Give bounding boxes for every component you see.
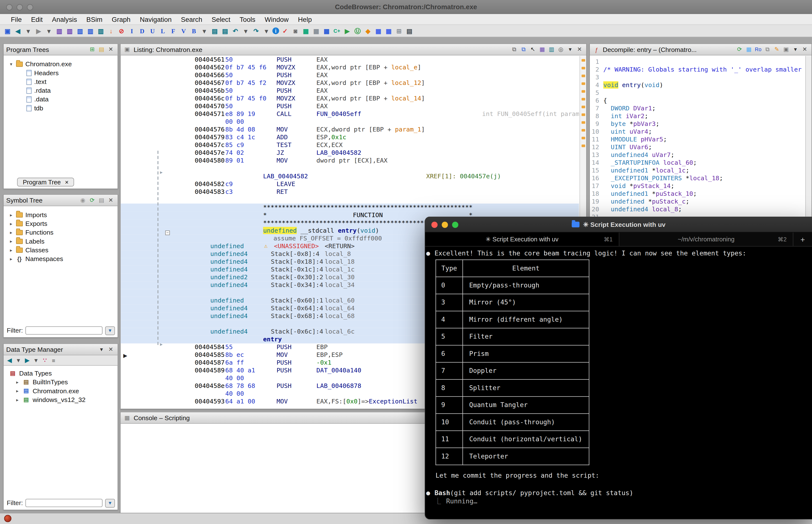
download-icon[interactable]: ↓ [107, 27, 115, 35]
grid-icon-1[interactable]: ▦ [374, 27, 383, 35]
forward-icon[interactable]: ▶ [23, 356, 31, 364]
program-notebook-icon-2[interactable]: ▥ [65, 27, 74, 35]
graph-icon[interactable]: ▦ [745, 45, 753, 54]
back-dropdown-icon[interactable]: ▾ [24, 27, 33, 35]
decompile-line[interactable]: 20 undefined4 local_8; [590, 206, 805, 213]
decompile-header[interactable]: ƒ Decompile: entry – (Chromatro... ⟳▦Ro⧉… [590, 44, 812, 55]
listing-row[interactable]: 0040456c 0f b7 45 f0 MOVZX EAX,word ptr … [121, 95, 579, 103]
chevron-right-icon[interactable]: ▸ [9, 212, 13, 217]
decompile-line[interactable]: 2 /* WARNING: Globals starting with '_' … [590, 66, 805, 73]
tree-item[interactable]: Headers [4, 68, 118, 77]
chevron-down-icon[interactable]: ▾ [9, 61, 13, 66]
decompile-line[interactable]: 8 int iVar2; [590, 112, 805, 120]
table-gray-icon[interactable]: ▦ [312, 27, 320, 35]
back-dropdown-icon[interactable]: ▾ [15, 356, 22, 364]
open-folder-icon[interactable]: ▤ [97, 45, 105, 54]
marker-l-icon[interactable]: L [159, 27, 167, 35]
listing-row[interactable]: 00 00 [121, 118, 579, 126]
menu-item[interactable]: Window [260, 15, 293, 23]
decompile-line[interactable]: 16 _EXCEPTION_POINTERS *local_18; [590, 175, 805, 182]
new-tab-button[interactable]: + [793, 233, 812, 246]
marker-v-icon[interactable]: V [179, 27, 188, 35]
u-circle-icon[interactable]: Ⓤ [353, 27, 362, 35]
decompile-line[interactable]: 3 [590, 73, 805, 81]
menu-down-icon[interactable]: ▾ [97, 345, 105, 354]
forward-icon[interactable]: ▶ [34, 27, 43, 35]
dtm-root-row[interactable]: ▤ Data Types [4, 369, 118, 377]
listing-row[interactable]: ****************************************… [121, 203, 579, 211]
program-notebook-icon-5[interactable]: ▥ [96, 27, 105, 35]
tree-item[interactable]: .text [4, 77, 118, 86]
program-trees-header[interactable]: Program Trees ⊞▤✕ [4, 44, 118, 55]
menu-item[interactable]: File [6, 15, 27, 23]
back-icon[interactable]: ◀ [14, 27, 22, 35]
page-pair-icon-2[interactable]: ▤ [221, 27, 229, 35]
diff-icon[interactable]: ▥ [547, 45, 556, 54]
tab-close-icon[interactable]: × [65, 179, 69, 186]
close-icon[interactable]: ✕ [107, 45, 115, 54]
chevron-right-icon[interactable]: ▸ [15, 379, 20, 384]
marker-dropdown-icon[interactable]: ▾ [200, 27, 209, 35]
marker-u-icon[interactable]: U [148, 27, 157, 35]
tree-root-row[interactable]: ▾ Chromatron.exe [4, 60, 118, 68]
minimize-window-icon[interactable] [442, 222, 448, 228]
table-green-icon[interactable]: ▦ [301, 27, 310, 35]
listing-row[interactable]: 00404576 8b 4d 08 MOV ECX,dword ptr [EBP… [121, 126, 579, 134]
listing-row[interactable] [121, 165, 579, 173]
decompile-line[interactable]: 13 undefined4 uVar7; [590, 151, 805, 159]
close-icon[interactable]: ✕ [800, 45, 809, 54]
listing-row[interactable]: 00404570 50 PUSH EAX [121, 103, 579, 110]
save-icon[interactable]: ▣ [3, 27, 12, 35]
terminal-tab-active[interactable]: ✳ Script Execution with uv ⌘1 [425, 233, 619, 246]
listing-row[interactable]: 00404579 83 c4 1c ADD ESP,0x1c [121, 134, 579, 142]
program-tree-tab[interactable]: Program Tree × [17, 178, 74, 186]
diamond-icon[interactable]: ◆ [364, 27, 372, 35]
snapshot-icon[interactable]: ◙ [291, 27, 300, 35]
copy-icon[interactable]: ⧉ [763, 45, 772, 54]
back-icon[interactable]: ◀ [5, 356, 13, 364]
listing-row[interactable]: 00404571 e8 89 19 CALL FUN_00405eff int … [121, 110, 579, 118]
listing-header[interactable]: ▣ Listing: Chromatron.exe ⧉⧉↖▦▥◎▾✕ [121, 44, 586, 55]
list-icon[interactable]: ≡ [50, 356, 57, 364]
decompile-line[interactable]: 15 undefined1 *local_1c; [590, 167, 805, 175]
clear-code-icon[interactable]: ⊘ [117, 27, 126, 35]
copy-icon[interactable]: ⧉ [510, 45, 518, 54]
palette-icon[interactable]: ∵ [41, 356, 49, 364]
forward-dropdown-icon[interactable]: ▾ [32, 356, 40, 364]
cpp-icon[interactable]: C+ [332, 27, 341, 35]
close-icon[interactable]: ✕ [107, 345, 115, 354]
export-icon[interactable]: ▣ [782, 45, 790, 54]
refresh-icon[interactable]: ⟳ [735, 45, 744, 54]
redo-dropdown-icon[interactable]: ▾ [262, 27, 271, 35]
listing-row[interactable]: 00404580 89 01 MOV dword ptr [ECX],EAX [121, 157, 579, 165]
close-window-icon[interactable] [6, 4, 13, 11]
dtm-item[interactable]: ▸ ▤ BuiltInTypes [4, 378, 118, 387]
menu-item[interactable]: Help [293, 15, 316, 23]
decompile-line[interactable]: 17 void *pvStack_14; [590, 182, 805, 190]
decompile-line[interactable]: 14 _STARTUPINFOA local_60; [590, 159, 805, 167]
goto-icon[interactable]: ▤ [97, 196, 105, 204]
close-icon[interactable]: ✕ [107, 196, 115, 204]
filter-options-icon[interactable]: ▼ [105, 498, 115, 507]
symbol-tree-item[interactable]: ▸ Exports [4, 219, 118, 228]
chevron-right-icon[interactable]: ▸ [9, 256, 13, 261]
chevron-right-icon[interactable]: ▸ [9, 247, 13, 252]
marker-f-icon[interactable]: F [169, 27, 178, 35]
program-notebook-icon-1[interactable]: ▥ [55, 27, 64, 35]
symbol-filter-input[interactable] [26, 326, 103, 334]
decompile-line[interactable]: 10 uint uVar4; [590, 128, 805, 136]
memory-map-icon[interactable]: ▤ [405, 27, 414, 35]
menu-item[interactable]: Tools [235, 15, 260, 23]
decompile-line[interactable]: 19 undefined *puStack_c; [590, 198, 805, 206]
dtm-filter-input[interactable] [26, 499, 103, 507]
chevron-right-icon[interactable]: ▸ [9, 221, 13, 226]
menu-item[interactable]: Navigation [135, 15, 176, 23]
decompile-line[interactable]: 7 DWORD DVar1; [590, 104, 805, 112]
listing-row[interactable]: 00404582 c9 LEAVE [121, 180, 579, 188]
font-icon[interactable]: Ro [754, 45, 762, 54]
decompile-line[interactable]: 4 void entry(void) [590, 81, 805, 89]
page-pair-icon-1[interactable]: ▤ [210, 27, 219, 35]
symbol-tree-item[interactable]: ▸ Labels [4, 237, 118, 246]
listing-row[interactable]: LAB_00404582 XREF[1]: 0040457e(j) [121, 173, 579, 180]
terminal-content[interactable]: ● Excellent! This is the core beam traci… [425, 246, 812, 519]
